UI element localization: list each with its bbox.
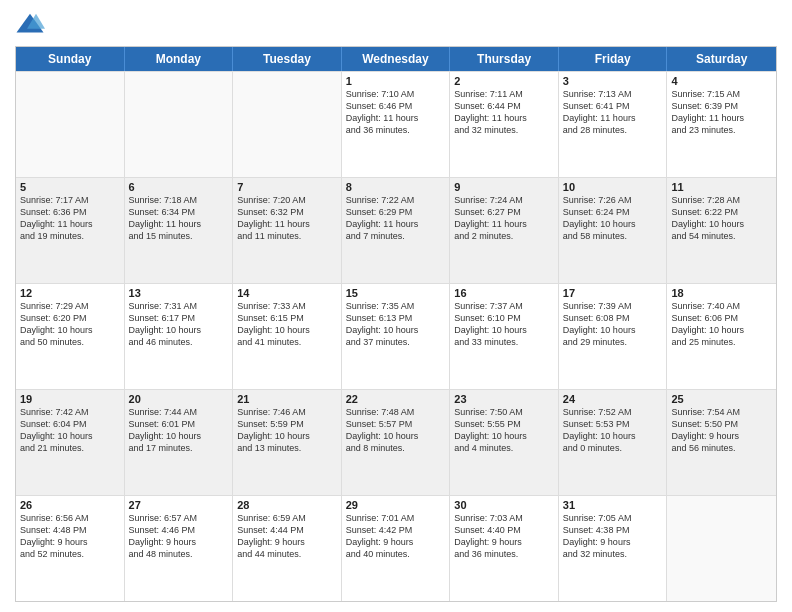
day-cell-24: 24Sunrise: 7:52 AMSunset: 5:53 PMDayligh… (559, 390, 668, 495)
day-info: Sunrise: 7:11 AMSunset: 6:44 PMDaylight:… (454, 88, 554, 137)
day-cell-11: 11Sunrise: 7:28 AMSunset: 6:22 PMDayligh… (667, 178, 776, 283)
day-info: Sunrise: 7:50 AMSunset: 5:55 PMDaylight:… (454, 406, 554, 455)
day-info: Sunrise: 7:24 AMSunset: 6:27 PMDaylight:… (454, 194, 554, 243)
calendar: SundayMondayTuesdayWednesdayThursdayFrid… (15, 46, 777, 602)
calendar-week-4: 19Sunrise: 7:42 AMSunset: 6:04 PMDayligh… (16, 389, 776, 495)
day-number: 9 (454, 181, 554, 193)
day-info: Sunrise: 7:05 AMSunset: 4:38 PMDaylight:… (563, 512, 663, 561)
day-info: Sunrise: 7:10 AMSunset: 6:46 PMDaylight:… (346, 88, 446, 137)
day-info: Sunrise: 7:18 AMSunset: 6:34 PMDaylight:… (129, 194, 229, 243)
day-number: 11 (671, 181, 772, 193)
day-number: 23 (454, 393, 554, 405)
day-number: 6 (129, 181, 229, 193)
day-cell-30: 30Sunrise: 7:03 AMSunset: 4:40 PMDayligh… (450, 496, 559, 601)
day-info: Sunrise: 7:17 AMSunset: 6:36 PMDaylight:… (20, 194, 120, 243)
calendar-week-5: 26Sunrise: 6:56 AMSunset: 4:48 PMDayligh… (16, 495, 776, 601)
day-info: Sunrise: 7:31 AMSunset: 6:17 PMDaylight:… (129, 300, 229, 349)
day-cell-6: 6Sunrise: 7:18 AMSunset: 6:34 PMDaylight… (125, 178, 234, 283)
day-number: 13 (129, 287, 229, 299)
header-day-friday: Friday (559, 47, 668, 71)
day-info: Sunrise: 7:44 AMSunset: 6:01 PMDaylight:… (129, 406, 229, 455)
day-number: 1 (346, 75, 446, 87)
day-number: 17 (563, 287, 663, 299)
day-info: Sunrise: 6:59 AMSunset: 4:44 PMDaylight:… (237, 512, 337, 561)
day-number: 16 (454, 287, 554, 299)
day-info: Sunrise: 7:48 AMSunset: 5:57 PMDaylight:… (346, 406, 446, 455)
day-info: Sunrise: 7:13 AMSunset: 6:41 PMDaylight:… (563, 88, 663, 137)
page: SundayMondayTuesdayWednesdayThursdayFrid… (0, 0, 792, 612)
header-day-thursday: Thursday (450, 47, 559, 71)
day-cell-8: 8Sunrise: 7:22 AMSunset: 6:29 PMDaylight… (342, 178, 451, 283)
day-cell-29: 29Sunrise: 7:01 AMSunset: 4:42 PMDayligh… (342, 496, 451, 601)
day-info: Sunrise: 7:29 AMSunset: 6:20 PMDaylight:… (20, 300, 120, 349)
day-cell-26: 26Sunrise: 6:56 AMSunset: 4:48 PMDayligh… (16, 496, 125, 601)
day-cell-2: 2Sunrise: 7:11 AMSunset: 6:44 PMDaylight… (450, 72, 559, 177)
day-cell-7: 7Sunrise: 7:20 AMSunset: 6:32 PMDaylight… (233, 178, 342, 283)
header-day-sunday: Sunday (16, 47, 125, 71)
day-number: 7 (237, 181, 337, 193)
day-info: Sunrise: 7:26 AMSunset: 6:24 PMDaylight:… (563, 194, 663, 243)
day-cell-12: 12Sunrise: 7:29 AMSunset: 6:20 PMDayligh… (16, 284, 125, 389)
day-cell-28: 28Sunrise: 6:59 AMSunset: 4:44 PMDayligh… (233, 496, 342, 601)
day-cell-3: 3Sunrise: 7:13 AMSunset: 6:41 PMDaylight… (559, 72, 668, 177)
day-cell-20: 20Sunrise: 7:44 AMSunset: 6:01 PMDayligh… (125, 390, 234, 495)
day-number: 14 (237, 287, 337, 299)
day-info: Sunrise: 7:39 AMSunset: 6:08 PMDaylight:… (563, 300, 663, 349)
day-number: 5 (20, 181, 120, 193)
calendar-week-2: 5Sunrise: 7:17 AMSunset: 6:36 PMDaylight… (16, 177, 776, 283)
day-number: 2 (454, 75, 554, 87)
empty-cell (16, 72, 125, 177)
day-info: Sunrise: 7:28 AMSunset: 6:22 PMDaylight:… (671, 194, 772, 243)
day-number: 26 (20, 499, 120, 511)
day-number: 19 (20, 393, 120, 405)
day-info: Sunrise: 6:56 AMSunset: 4:48 PMDaylight:… (20, 512, 120, 561)
day-cell-5: 5Sunrise: 7:17 AMSunset: 6:36 PMDaylight… (16, 178, 125, 283)
calendar-week-3: 12Sunrise: 7:29 AMSunset: 6:20 PMDayligh… (16, 283, 776, 389)
day-info: Sunrise: 7:46 AMSunset: 5:59 PMDaylight:… (237, 406, 337, 455)
empty-cell (125, 72, 234, 177)
day-number: 12 (20, 287, 120, 299)
day-cell-13: 13Sunrise: 7:31 AMSunset: 6:17 PMDayligh… (125, 284, 234, 389)
day-info: Sunrise: 7:35 AMSunset: 6:13 PMDaylight:… (346, 300, 446, 349)
calendar-body: 1Sunrise: 7:10 AMSunset: 6:46 PMDaylight… (16, 71, 776, 601)
day-number: 27 (129, 499, 229, 511)
day-number: 21 (237, 393, 337, 405)
header-day-wednesday: Wednesday (342, 47, 451, 71)
day-cell-27: 27Sunrise: 6:57 AMSunset: 4:46 PMDayligh… (125, 496, 234, 601)
day-info: Sunrise: 7:33 AMSunset: 6:15 PMDaylight:… (237, 300, 337, 349)
day-cell-18: 18Sunrise: 7:40 AMSunset: 6:06 PMDayligh… (667, 284, 776, 389)
day-number: 10 (563, 181, 663, 193)
day-number: 24 (563, 393, 663, 405)
day-info: Sunrise: 7:37 AMSunset: 6:10 PMDaylight:… (454, 300, 554, 349)
calendar-header: SundayMondayTuesdayWednesdayThursdayFrid… (16, 47, 776, 71)
day-info: Sunrise: 6:57 AMSunset: 4:46 PMDaylight:… (129, 512, 229, 561)
day-info: Sunrise: 7:40 AMSunset: 6:06 PMDaylight:… (671, 300, 772, 349)
day-number: 4 (671, 75, 772, 87)
day-cell-21: 21Sunrise: 7:46 AMSunset: 5:59 PMDayligh… (233, 390, 342, 495)
day-info: Sunrise: 7:52 AMSunset: 5:53 PMDaylight:… (563, 406, 663, 455)
day-number: 3 (563, 75, 663, 87)
day-info: Sunrise: 7:54 AMSunset: 5:50 PMDaylight:… (671, 406, 772, 455)
day-number: 22 (346, 393, 446, 405)
day-cell-16: 16Sunrise: 7:37 AMSunset: 6:10 PMDayligh… (450, 284, 559, 389)
day-info: Sunrise: 7:03 AMSunset: 4:40 PMDaylight:… (454, 512, 554, 561)
calendar-week-1: 1Sunrise: 7:10 AMSunset: 6:46 PMDaylight… (16, 71, 776, 177)
day-info: Sunrise: 7:20 AMSunset: 6:32 PMDaylight:… (237, 194, 337, 243)
day-cell-1: 1Sunrise: 7:10 AMSunset: 6:46 PMDaylight… (342, 72, 451, 177)
header-day-tuesday: Tuesday (233, 47, 342, 71)
day-number: 20 (129, 393, 229, 405)
day-number: 15 (346, 287, 446, 299)
day-info: Sunrise: 7:15 AMSunset: 6:39 PMDaylight:… (671, 88, 772, 137)
day-cell-19: 19Sunrise: 7:42 AMSunset: 6:04 PMDayligh… (16, 390, 125, 495)
day-cell-23: 23Sunrise: 7:50 AMSunset: 5:55 PMDayligh… (450, 390, 559, 495)
header-day-monday: Monday (125, 47, 234, 71)
day-info: Sunrise: 7:22 AMSunset: 6:29 PMDaylight:… (346, 194, 446, 243)
day-cell-31: 31Sunrise: 7:05 AMSunset: 4:38 PMDayligh… (559, 496, 668, 601)
day-cell-22: 22Sunrise: 7:48 AMSunset: 5:57 PMDayligh… (342, 390, 451, 495)
day-info: Sunrise: 7:01 AMSunset: 4:42 PMDaylight:… (346, 512, 446, 561)
day-number: 30 (454, 499, 554, 511)
day-cell-15: 15Sunrise: 7:35 AMSunset: 6:13 PMDayligh… (342, 284, 451, 389)
day-number: 18 (671, 287, 772, 299)
day-number: 25 (671, 393, 772, 405)
day-cell-10: 10Sunrise: 7:26 AMSunset: 6:24 PMDayligh… (559, 178, 668, 283)
